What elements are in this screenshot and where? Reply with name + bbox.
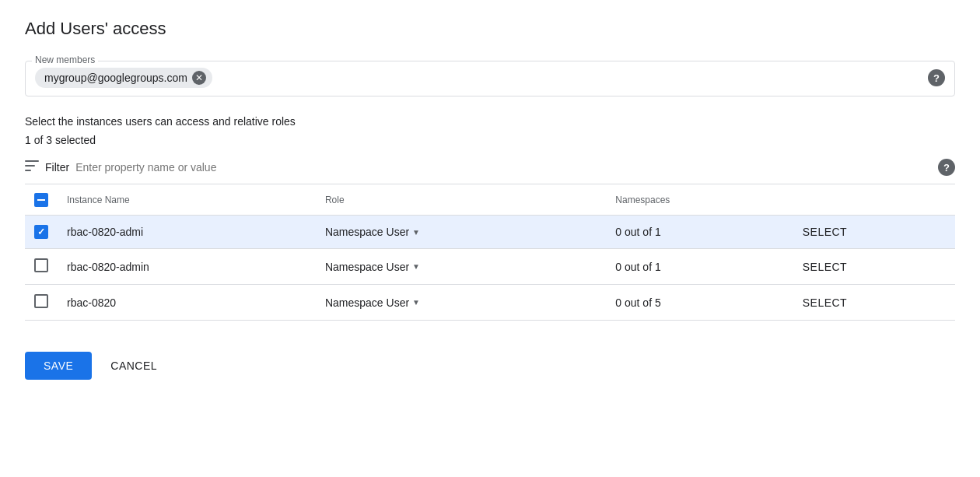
row-checkbox-2[interactable] [34,294,48,308]
filter-label: Filter [45,161,69,174]
role-label: Namespace User [325,226,409,238]
instances-table: Instance Name Role Namespaces rbac-0820-… [25,184,955,321]
table-row: rbac-0820-admin Namespace User ▼ 0 out o… [25,249,955,285]
row-checkbox-cell [25,285,58,321]
row-select-button[interactable]: SELECT [803,261,847,273]
chip-close-button[interactable]: ✕ [192,71,206,85]
svg-rect-0 [25,160,39,162]
role-dropdown[interactable]: Namespace User ▼ [325,226,420,238]
header-namespaces: Namespaces [606,184,793,216]
member-chip: mygroup@googlegroups.com ✕ [35,68,212,88]
row-role: Namespace User ▼ [316,249,606,285]
row-namespaces: 0 out of 1 [606,249,793,285]
header-role: Role [316,184,606,216]
filter-help-icon[interactable]: ? [938,159,955,176]
chip-email: mygroup@googlegroups.com [44,72,187,84]
members-input-row: mygroup@googlegroups.com ✕ ? [35,61,945,88]
svg-rect-2 [25,170,31,171]
row-checkbox-1[interactable] [34,258,48,272]
new-members-help-icon[interactable]: ? [928,69,945,86]
row-select-cell: SELECT [793,249,955,285]
role-dropdown[interactable]: Namespace User ▼ [325,296,420,309]
new-members-fieldset: New members mygroup@googlegroups.com ✕ ? [25,61,955,96]
row-select-button[interactable]: SELECT [803,226,847,238]
table-row: rbac-0820 Namespace User ▼ 0 out of 5 SE… [25,285,955,321]
role-label: Namespace User [325,296,409,309]
chevron-down-icon: ▼ [412,262,420,271]
table-row: rbac-0820-admi Namespace User ▼ 0 out of… [25,216,955,249]
new-members-legend: New members [32,54,98,65]
role-dropdown[interactable]: Namespace User ▼ [325,261,420,273]
row-role: Namespace User ▼ [316,285,606,321]
header-action [793,184,955,216]
svg-rect-1 [25,165,35,167]
save-button[interactable]: SAVE [25,352,92,380]
header-checkbox-cell [25,184,58,216]
row-checkbox-cell [25,249,58,285]
action-bar: SAVE CANCEL [25,345,955,380]
chevron-down-icon: ▼ [412,228,420,237]
row-select-cell: SELECT [793,216,955,249]
row-instance-name: rbac-0820-admi [58,216,316,249]
filter-input[interactable] [75,161,278,174]
chevron-down-icon: ▼ [412,298,420,307]
role-label: Namespace User [325,261,409,273]
row-role: Namespace User ▼ [316,216,606,249]
instruction-text: Select the instances users can access an… [25,115,955,128]
row-instance-name: rbac-0820-admin [58,249,316,285]
header-instance-name: Instance Name [58,184,316,216]
filter-icon [25,160,39,174]
row-namespaces: 0 out of 1 [606,216,793,249]
row-select-cell: SELECT [793,285,955,321]
header-checkbox[interactable] [34,193,48,207]
cancel-button[interactable]: CANCEL [104,352,163,380]
row-select-button[interactable]: SELECT [803,296,847,309]
table-header-row: Instance Name Role Namespaces [25,184,955,216]
page-title: Add Users' access [25,19,955,39]
filter-left: Filter [25,160,278,174]
row-checkbox-cell [25,216,58,249]
selected-count: 1 of 3 selected [25,134,955,146]
filter-bar: Filter ? [25,159,955,184]
member-chips-area: mygroup@googlegroups.com ✕ [35,68,212,88]
row-instance-name: rbac-0820 [58,285,316,321]
row-checkbox-0[interactable] [34,225,48,239]
row-namespaces: 0 out of 5 [606,285,793,321]
